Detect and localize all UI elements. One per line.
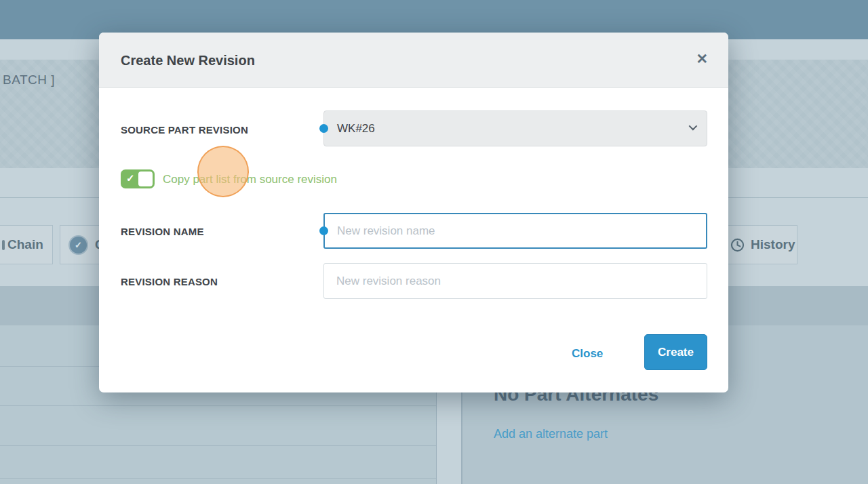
source-revision-select-wrap: WK#26 bbox=[323, 110, 707, 146]
blue-dot-marker bbox=[319, 226, 328, 235]
revision-name-wrap bbox=[323, 213, 707, 249]
tab-history-label: History bbox=[751, 237, 795, 252]
close-button[interactable]: Close bbox=[562, 343, 612, 365]
copy-part-list-toggle[interactable]: ✓ bbox=[121, 169, 155, 188]
source-revision-select[interactable]: WK#26 bbox=[323, 110, 707, 146]
tab-history[interactable]: History bbox=[716, 225, 797, 264]
create-revision-modal: Create New Revision ✕ SOURCE PART REVISI… bbox=[99, 33, 728, 392]
history-clock-icon bbox=[730, 238, 745, 252]
copy-part-list-label: Copy part list from source revision bbox=[163, 173, 337, 186]
app-window: BATCH ] Chain ✓ Q History No Part Altern… bbox=[0, 0, 868, 484]
revision-reason-label: REVISION REASON bbox=[121, 276, 218, 287]
close-icon[interactable]: ✕ bbox=[696, 52, 708, 66]
modal-title: Create New Revision bbox=[121, 53, 255, 68]
create-button[interactable]: Create bbox=[644, 334, 707, 370]
source-revision-label: SOURCE PART REVISION bbox=[121, 124, 248, 136]
source-revision-value: WK#26 bbox=[337, 122, 375, 136]
table-row-divider bbox=[0, 478, 436, 479]
table-row-divider bbox=[0, 405, 436, 406]
table-row-divider bbox=[0, 445, 436, 446]
toggle-check-icon: ✓ bbox=[126, 172, 135, 184]
blue-dot-marker bbox=[319, 124, 328, 133]
revision-name-input[interactable] bbox=[323, 213, 707, 249]
tab-chain-label: Chain bbox=[7, 237, 43, 252]
revision-reason-input[interactable] bbox=[323, 263, 707, 299]
toggle-thumb bbox=[138, 172, 153, 186]
modal-header: Create New Revision ✕ bbox=[99, 33, 728, 88]
click-highlight-indicator bbox=[197, 146, 249, 197]
quality-badge-icon: ✓ bbox=[70, 237, 87, 254]
chain-icon bbox=[2, 240, 5, 250]
add-alternate-link[interactable]: Add an alternate part bbox=[494, 427, 608, 441]
revision-reason-wrap bbox=[323, 263, 707, 299]
tab-supply-chain[interactable]: Chain bbox=[0, 225, 53, 264]
revision-name-label: REVISION NAME bbox=[121, 226, 204, 237]
batch-label: BATCH ] bbox=[3, 73, 55, 87]
